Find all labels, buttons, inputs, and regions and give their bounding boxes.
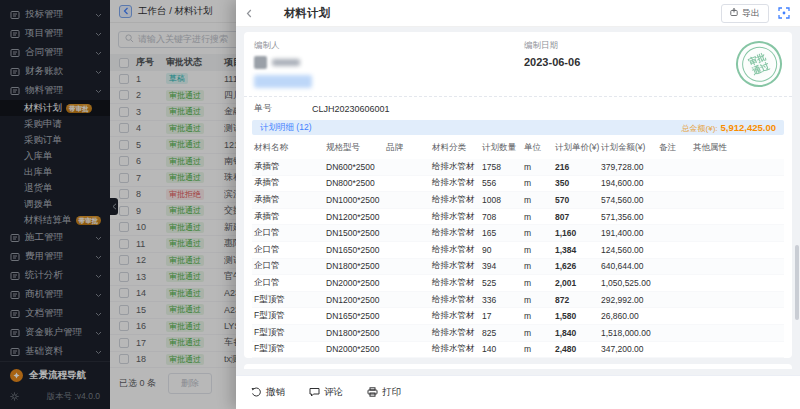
cell-name: 承插管 xyxy=(254,211,326,223)
col-qty: 计划数量 xyxy=(482,142,524,154)
cell-price: 1,160 xyxy=(555,228,601,238)
project-tag-redacted xyxy=(254,75,312,88)
material-row[interactable]: 承插管DN600*2500给排水管材1758m216379,728.00 xyxy=(252,159,784,176)
cell-spec: DN1000*2500 xyxy=(326,195,386,205)
cell-name: 承插管 xyxy=(254,194,326,206)
cell-amount: 347,200.00 xyxy=(601,344,659,354)
cell-unit: m xyxy=(524,195,555,205)
comment-button[interactable]: 评论 xyxy=(309,386,343,399)
cell-qty: 556 xyxy=(482,178,524,188)
cell-price: 216 xyxy=(555,162,601,172)
cell-unit: m xyxy=(524,278,555,288)
cell-amount: 571,356.00 xyxy=(601,212,659,222)
cell-qty: 1008 xyxy=(482,195,524,205)
cell-category: 给排水管材 xyxy=(432,343,482,355)
drawer-scrollbar[interactable] xyxy=(795,245,799,320)
cell-spec: DN1500*2500 xyxy=(326,228,386,238)
cell-category: 给排水管材 xyxy=(432,161,482,173)
material-row[interactable]: 承插管DN1200*2500给排水管材708m807571,356.00 xyxy=(252,209,784,226)
col-other: 其他属性 xyxy=(693,142,784,154)
drawer-footer: 撤销 评论 打印 xyxy=(236,375,800,409)
order-number-value: CLJH20230606001 xyxy=(312,104,390,114)
materials-table: 材料名称 规格型号 品牌 材料分类 计划数量 单位 计划单价(¥) 计划金额(¥… xyxy=(252,137,784,358)
cell-unit: m xyxy=(524,311,555,321)
cell-name: 承插管 xyxy=(254,161,326,173)
total-amount-label: 总金额(¥): xyxy=(682,123,718,134)
cell-category: 给排水管材 xyxy=(432,211,482,223)
cell-category: 给排水管材 xyxy=(432,294,482,306)
material-row[interactable]: F型顶管DN1200*2500给排水管材336m872292,992.00 xyxy=(252,292,784,309)
cell-spec: DN800*2500 xyxy=(326,178,386,188)
material-row[interactable]: F型顶管DN1800*2500给排水管材825m1,8401,518,000.0… xyxy=(252,325,784,342)
cell-price: 872 xyxy=(555,295,601,305)
cell-qty: 708 xyxy=(482,212,524,222)
cell-unit: m xyxy=(524,344,555,354)
cell-spec: DN1650*2500 xyxy=(326,245,386,255)
fullscreen-icon[interactable] xyxy=(778,7,790,19)
material-row[interactable]: 企口管DN1800*2500给排水管材394m1,626640,644.00 xyxy=(252,259,784,276)
export-icon xyxy=(730,8,738,18)
cell-spec: DN1200*2500 xyxy=(326,295,386,305)
cell-unit: m xyxy=(524,212,555,222)
drawer-body: 编制人 编制日期 2023-06-06 审批通过 单号 xyxy=(236,27,800,369)
detail-count-label: 计划明细 (12) xyxy=(260,122,311,134)
cell-unit: m xyxy=(524,178,555,188)
cell-spec: DN1650*2500 xyxy=(326,311,386,321)
material-row[interactable]: 企口管DN1650*2500给排水管材90m1,384124,560.00 xyxy=(252,242,784,259)
material-row[interactable]: 企口管DN1500*2500给排水管材165m1,160191,400.00 xyxy=(252,225,784,242)
cell-amount: 574,560.00 xyxy=(601,195,659,205)
drawer-title: 材料计划 xyxy=(284,6,330,21)
plan-detail-card: 编制人 编制日期 2023-06-06 审批通过 单号 xyxy=(244,32,792,358)
modal-mask[interactable] xyxy=(0,0,236,409)
approval-seal: 审批通过 xyxy=(729,34,789,94)
cell-amount: 379,728.00 xyxy=(601,162,659,172)
date-label: 编制日期 xyxy=(524,40,580,52)
cell-category: 给排水管材 xyxy=(432,177,482,189)
cell-price: 350 xyxy=(555,178,601,188)
cell-unit: m xyxy=(524,245,555,255)
header-fields: 编制人 编制日期 2023-06-06 审批通过 xyxy=(244,32,792,97)
col-category: 材料分类 xyxy=(432,142,482,154)
collapse-drawer-icon[interactable] xyxy=(246,9,252,18)
export-button[interactable]: 导出 xyxy=(721,4,769,23)
export-label: 导出 xyxy=(742,7,760,20)
cell-amount: 292,992.00 xyxy=(601,295,659,305)
cell-name: 企口管 xyxy=(254,227,326,239)
cell-amount: 640,644.00 xyxy=(601,261,659,271)
cell-qty: 525 xyxy=(482,278,524,288)
cell-qty: 165 xyxy=(482,228,524,238)
material-row[interactable]: F型顶管DN2000*2500给排水管材140m2,480347,200.00 xyxy=(252,342,784,359)
cell-qty: 1758 xyxy=(482,162,524,172)
date-value: 2023-06-06 xyxy=(524,56,580,68)
seal-text: 审批通过 xyxy=(745,50,773,77)
cell-name: 企口管 xyxy=(254,277,326,289)
material-row[interactable]: 承插管DN800*2500给排水管材556m350194,600.00 xyxy=(252,176,784,193)
creator-name-redacted xyxy=(272,59,300,66)
cell-price: 1,840 xyxy=(555,328,601,338)
col-remark: 备注 xyxy=(659,142,693,154)
cell-amount: 194,600.00 xyxy=(601,178,659,188)
print-button[interactable]: 打印 xyxy=(367,386,401,399)
cell-price: 570 xyxy=(555,195,601,205)
revoke-label: 撤销 xyxy=(266,386,285,399)
cell-unit: m xyxy=(524,261,555,271)
cell-amount: 26,860.00 xyxy=(601,311,659,321)
material-row[interactable]: 承插管DN1000*2500给排水管材1008m570574,560.00 xyxy=(252,192,784,209)
cell-qty: 17 xyxy=(482,311,524,321)
app-root: 投标管理项目管理合同管理财务账款物料管理材料计划带审批采购申请采购订单入库单出库… xyxy=(0,0,800,409)
order-number-row: 单号 CLJH20230606001 xyxy=(244,97,792,119)
materials-table-body: 承插管DN600*2500给排水管材1758m216379,728.00承插管D… xyxy=(252,159,784,358)
col-unit-price: 计划单价(¥) xyxy=(555,142,601,154)
total-amount-value: 5,912,425.00 xyxy=(721,122,776,133)
cell-unit: m xyxy=(524,328,555,338)
cell-name: F型顶管 xyxy=(254,294,326,306)
cell-spec: DN1800*2500 xyxy=(326,328,386,338)
material-row[interactable]: 企口管DN2000*2500给排水管材525m2,0011,050,525.00 xyxy=(252,275,784,292)
cell-amount: 124,560.00 xyxy=(601,245,659,255)
material-row[interactable]: F型顶管DN1650*2500给排水管材17m1,58026,860.00 xyxy=(252,308,784,325)
cell-amount: 1,518,000.00 xyxy=(601,328,659,338)
revoke-button[interactable]: 撤销 xyxy=(251,386,285,399)
materials-table-header: 材料名称 规格型号 品牌 材料分类 计划数量 单位 计划单价(¥) 计划金额(¥… xyxy=(252,137,784,159)
remark-card: 备注 暂无备注 xyxy=(244,364,792,369)
cell-name: 企口管 xyxy=(254,260,326,272)
